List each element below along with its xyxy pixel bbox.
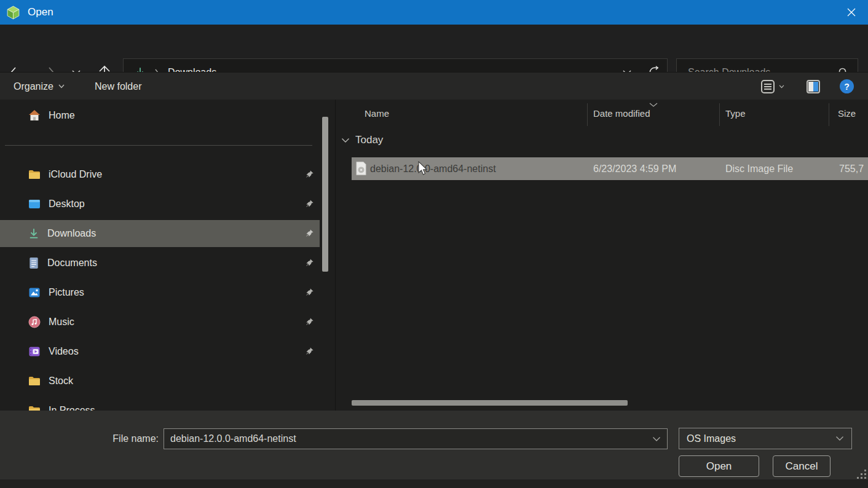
sidebar-item-stock[interactable]: Stock — [0, 368, 320, 395]
group-collapse-chevron-icon — [341, 138, 350, 143]
pin-icon[interactable] — [305, 347, 314, 356]
view-mode-button[interactable] — [760, 73, 784, 100]
pin-icon[interactable] — [305, 317, 314, 326]
file-name-input[interactable]: debian-12.0.0-amd64-netinst — [170, 433, 652, 444]
chevron-down-icon — [779, 85, 784, 89]
document-icon — [28, 257, 39, 269]
organize-button[interactable]: Organize — [14, 73, 65, 100]
sidebar-item-label: iCloud Drive — [49, 169, 102, 180]
file-type-select[interactable]: OS Images — [679, 428, 852, 449]
column-header-date-modified[interactable]: Date modified — [593, 108, 650, 119]
sidebar-item-downloads[interactable]: Downloads — [0, 220, 320, 247]
sidebar-separator — [5, 145, 312, 146]
file-type: Disc Image File — [725, 163, 793, 175]
videos-icon — [28, 345, 41, 358]
disc-image-file-icon — [355, 161, 367, 178]
mouse-cursor — [418, 161, 428, 178]
sidebar-item-home[interactable]: Home — [0, 102, 320, 129]
sidebar-item-label: Videos — [49, 346, 79, 357]
group-header-today[interactable]: Today — [341, 134, 383, 146]
pin-icon[interactable] — [305, 229, 314, 238]
pin-icon[interactable] — [305, 170, 314, 179]
file-name: debian-12.0.0-amd64-netinst — [370, 163, 496, 175]
file-name-label: File name: — [109, 433, 159, 444]
new-folder-button[interactable]: New folder — [95, 73, 141, 100]
downloads-icon — [28, 228, 39, 239]
folder-icon — [28, 168, 41, 181]
folder-icon — [28, 404, 41, 411]
sidebar-item-label: Desktop — [49, 199, 85, 210]
sidebar-item-label: Downloads — [47, 228, 96, 239]
pin-icon[interactable] — [305, 258, 314, 267]
sidebar-item-videos[interactable]: Videos — [0, 338, 320, 365]
close-button[interactable] — [842, 3, 861, 22]
chevron-down-icon[interactable] — [835, 436, 844, 441]
sidebar-divider — [335, 100, 336, 411]
file-date-modified: 6/23/2023 4:59 PM — [593, 163, 676, 175]
footer-bar: File name: debian-12.0.0-amd64-netinst O… — [0, 411, 868, 488]
sidebar-item-label: In Process — [49, 405, 95, 411]
open-dialog-window: Open Downloads — [0, 0, 868, 488]
column-separator[interactable] — [829, 103, 829, 126]
cancel-button[interactable]: Cancel — [773, 455, 831, 477]
sidebar-item-music[interactable]: Music — [0, 309, 320, 336]
main-area: Home iCloud Drive Desktop — [0, 100, 868, 411]
sidebar-item-label: Stock — [49, 376, 73, 387]
open-button[interactable]: Open — [679, 455, 759, 477]
chevron-down-icon — [58, 84, 65, 89]
sidebar-item-in-process[interactable]: In Process — [0, 397, 320, 411]
column-separator[interactable] — [587, 103, 588, 126]
desktop-icon — [28, 198, 41, 210]
file-row-selected[interactable]: debian-12.0.0-amd64-netinst 6/23/2023 4:… — [352, 157, 868, 180]
pin-icon[interactable] — [305, 199, 314, 208]
svg-text:?: ? — [844, 82, 850, 92]
list-view-icon — [760, 79, 775, 94]
chevron-down-icon[interactable] — [652, 436, 661, 442]
sidebar-item-label: Documents — [47, 258, 97, 269]
group-label: Today — [355, 134, 383, 146]
virtualbox-cube-icon — [6, 5, 21, 20]
resize-grip[interactable] — [857, 470, 867, 479]
command-toolbar: Organize New folder ? — [0, 72, 868, 100]
folder-icon — [28, 375, 41, 387]
organize-label: Organize — [14, 81, 53, 92]
navigation-bar: Downloads Search Downloads — [0, 25, 868, 72]
help-icon: ? — [839, 79, 854, 94]
title-bar: Open — [0, 0, 868, 25]
music-icon — [28, 316, 41, 328]
horizontal-scrollbar[interactable] — [352, 400, 628, 406]
sort-chevron-icon — [649, 100, 658, 110]
pictures-icon — [28, 286, 41, 299]
column-header-type[interactable]: Type — [725, 108, 746, 119]
file-name-combobox[interactable]: debian-12.0.0-amd64-netinst — [164, 428, 668, 449]
sidebar-item-icloud-drive[interactable]: iCloud Drive — [0, 161, 320, 188]
home-icon — [28, 109, 41, 122]
sidebar-item-desktop[interactable]: Desktop — [0, 191, 320, 218]
cancel-button-label: Cancel — [786, 460, 818, 473]
sidebar-item-label: Home — [49, 110, 75, 121]
new-folder-label: New folder — [95, 81, 141, 92]
sidebar-item-documents[interactable]: Documents — [0, 250, 320, 277]
column-header-name[interactable]: Name — [365, 108, 389, 119]
open-button-label: Open — [706, 460, 732, 473]
sidebar-item-label: Pictures — [49, 287, 84, 298]
window-title: Open — [28, 6, 53, 18]
file-size: 755,7 — [839, 163, 864, 175]
pin-icon[interactable] — [305, 288, 314, 297]
preview-pane-icon — [806, 79, 821, 94]
file-type-value: OS Images — [687, 433, 835, 444]
footer-bottom-strip — [0, 479, 868, 488]
help-button[interactable]: ? — [839, 73, 854, 100]
column-header-size[interactable]: Size — [838, 108, 856, 119]
sidebar-item-label: Music — [49, 317, 74, 328]
sidebar-scrollbar[interactable] — [322, 117, 328, 272]
column-separator[interactable] — [719, 103, 720, 126]
sidebar-item-pictures[interactable]: Pictures — [0, 279, 320, 306]
preview-pane-button[interactable] — [806, 73, 821, 100]
